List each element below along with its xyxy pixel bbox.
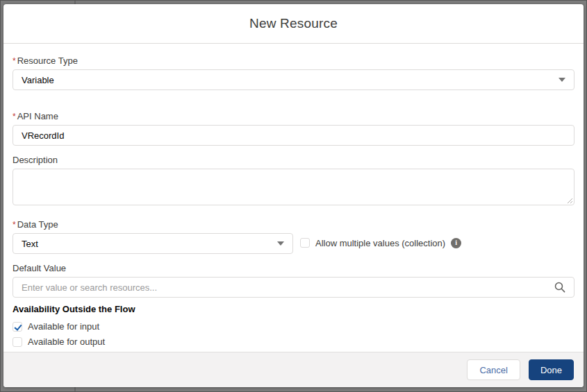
cancel-button[interactable]: Cancel (467, 359, 520, 380)
modal-header: New Resource (3, 4, 584, 44)
available-for-output-checkbox[interactable] (13, 337, 22, 347)
data-type-value: Text (22, 239, 38, 249)
done-button[interactable]: Done (529, 359, 574, 380)
allow-multiple-checkbox[interactable] (300, 238, 310, 248)
info-icon[interactable] (451, 238, 461, 248)
available-for-input-label[interactable]: Available for input (28, 321, 99, 332)
resource-type-value: Variable (22, 75, 54, 85)
screen: New Resource Resource Type Variable API … (0, 0, 587, 392)
allow-multiple-label[interactable]: Allow multiple values (collection) (315, 238, 445, 248)
default-value-combobox (13, 277, 574, 298)
api-name-label: API Name (13, 111, 574, 121)
modal-title: New Resource (249, 16, 338, 31)
availability-heading: Availability Outside the Flow (13, 304, 574, 314)
modal-body: Resource Type Variable API Name Descript… (3, 44, 584, 352)
description-label: Description (13, 155, 574, 165)
api-name-input[interactable] (13, 125, 574, 146)
default-value-label: Default Value (13, 263, 574, 273)
available-for-input-checkbox[interactable] (13, 322, 22, 332)
search-icon[interactable] (554, 282, 565, 293)
available-for-output-label[interactable]: Available for output (28, 336, 105, 347)
resource-type-select[interactable]: Variable (13, 69, 574, 90)
new-resource-modal: New Resource Resource Type Variable API … (3, 4, 584, 387)
backdrop-artifact-line (74, 386, 76, 391)
resource-type-label: Resource Type (13, 56, 574, 66)
data-type-label: Data Type (13, 219, 293, 230)
default-value-input[interactable] (22, 278, 549, 297)
resize-grip-icon[interactable] (566, 197, 572, 203)
modal-footer: Cancel Done (3, 352, 584, 387)
description-textarea[interactable] (13, 169, 574, 205)
data-type-select[interactable]: Text (13, 233, 293, 254)
chevron-down-icon (559, 78, 565, 82)
chevron-down-icon (277, 241, 284, 246)
